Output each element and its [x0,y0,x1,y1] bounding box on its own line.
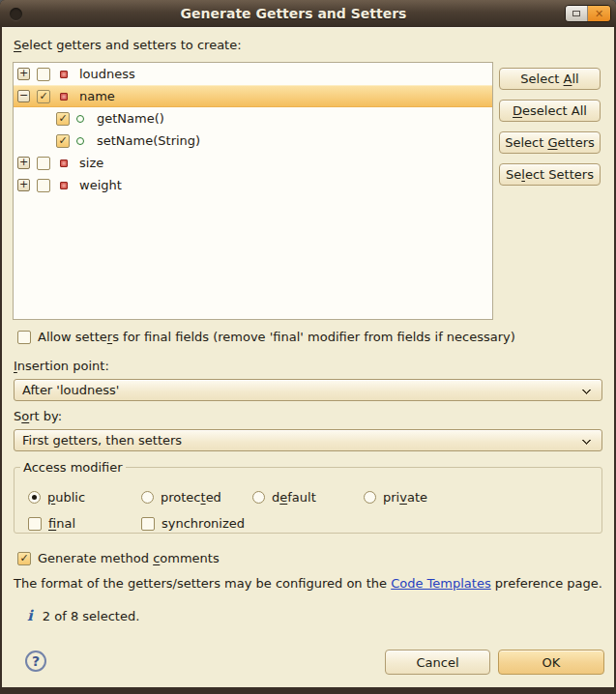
allow-setters-label: Allow setters for final fields (remove '… [38,330,515,344]
window-controls: ✕ [565,5,611,22]
radio-icon [141,491,154,504]
tree-item-label: name [79,89,115,103]
format-note: The format of the getters/setters may be… [14,576,602,591]
cancel-label: Cancel [416,655,458,670]
radio-default[interactable]: default [252,490,316,505]
radio-icon [28,491,41,504]
tree-row[interactable]: −✓name [14,85,492,107]
close-icon: ✕ [595,9,603,19]
tree-checkbox[interactable] [37,68,50,81]
tree-row[interactable]: +weight [14,174,492,196]
tree-checkbox[interactable] [37,179,50,192]
close-button[interactable]: ✕ [588,6,610,21]
expander-icon[interactable]: + [17,157,30,169]
checkbox-icon [17,331,31,344]
window-title: Generate Getters and Setters [39,0,548,27]
tree-item-label: getName() [97,111,164,126]
radio-protected[interactable]: protected [141,490,221,505]
select-all-label: Select All [520,72,578,86]
ok-label: OK [543,655,561,670]
info-icon: i [27,607,33,624]
tree-item-label: size [79,156,103,170]
tree-item-label: weight [79,178,122,192]
radio-protected-label: protected [161,490,221,505]
access-modifier-legend: Access modifier [20,460,126,475]
insertion-point-select[interactable]: After 'loudness' [14,379,602,401]
side-button-column: Select All Deselect All Select Getters S… [499,68,601,186]
expander-icon[interactable]: − [17,90,30,102]
generate-comments-checkbox[interactable]: ✓ Generate method comments [17,551,220,565]
radio-private[interactable]: private [364,490,427,505]
tree-checkbox[interactable]: ✓ [37,90,50,103]
synchronized-label: synchronized [161,516,245,531]
generate-comments-label: Generate method comments [38,551,220,565]
radio-public-label: public [47,490,85,505]
window-icon [10,8,22,20]
deselect-all-button[interactable]: Deselect All [499,100,601,122]
tree-row[interactable]: ✓getName() [14,107,492,130]
field-icon [60,93,68,101]
radio-public[interactable]: public [28,490,85,505]
field-icon [60,182,68,189]
cancel-button[interactable]: Cancel [385,650,490,675]
status-message: i 2 of 8 selected. [27,607,139,624]
field-icon [60,71,68,78]
select-all-button[interactable]: Select All [499,68,601,90]
chevron-down-icon [582,386,592,395]
help-icon: ? [32,653,40,669]
field-icon [60,159,68,167]
insertion-point-value: After 'loudness' [22,383,119,397]
method-icon [76,115,84,123]
tree-checkbox[interactable]: ✓ [56,134,70,148]
access-modifier-group: Access modifier public protected default… [14,460,602,534]
checkbox-checked-icon: ✓ [17,552,31,565]
final-label: final [48,516,75,531]
dialog-body: Select getters and setters to create: +l… [2,27,614,687]
tree-row[interactable]: ✓setName(String) [14,130,492,152]
radio-icon [364,491,376,504]
radio-default-label: default [272,490,316,505]
tree-item-label: loudness [79,67,135,81]
radio-private-label: private [383,490,427,505]
expander-icon[interactable]: + [17,179,30,191]
tree-row[interactable]: +size [14,152,492,174]
checkbox-icon [141,517,155,531]
checkbox-icon [28,517,42,531]
status-text: 2 of 8 selected. [43,609,139,623]
select-getters-label: Select Getters [505,135,595,150]
dialog-window: Generate Getters and Setters ✕ Select ge… [0,0,616,694]
allow-setters-checkbox[interactable]: Allow setters for final fields (remove '… [17,330,515,344]
tree-row[interactable]: +loudness [14,63,492,85]
insertion-point-label: Insertion point: [14,359,109,373]
tree-checkbox[interactable]: ✓ [56,112,70,126]
format-note-pre: The format of the getters/setters may be… [14,576,391,591]
expander-icon[interactable]: + [17,68,30,80]
sort-by-label: Sort by: [14,409,62,423]
sort-by-select[interactable]: First getters, then setters [14,429,602,451]
code-templates-link[interactable]: Code Templates [391,576,491,591]
deselect-all-label: Deselect All [513,103,587,118]
format-note-post: preference page. [491,576,602,591]
select-members-label: Select getters and setters to create: [14,38,242,52]
select-setters-button[interactable]: Select Setters [499,163,601,186]
select-getters-button[interactable]: Select Getters [499,131,601,154]
chevron-down-icon [582,436,592,446]
maximize-button[interactable] [566,6,588,21]
synchronized-checkbox[interactable]: synchronized [141,516,245,531]
select-setters-label: Select Setters [506,167,594,182]
radio-icon [252,491,265,504]
tree-item-label: setName(String) [97,133,200,148]
sort-by-value: First getters, then setters [22,433,182,448]
help-button[interactable]: ? [25,651,46,672]
titlebar[interactable]: Generate Getters and Setters ✕ [0,0,616,27]
maximize-icon [572,11,580,16]
tree-checkbox[interactable] [37,157,50,170]
tree[interactable]: +loudness−✓name✓getName()✓setName(String… [13,62,493,320]
method-icon [76,137,84,145]
final-checkbox[interactable]: final [28,516,75,531]
ok-button[interactable]: OK [498,650,604,675]
